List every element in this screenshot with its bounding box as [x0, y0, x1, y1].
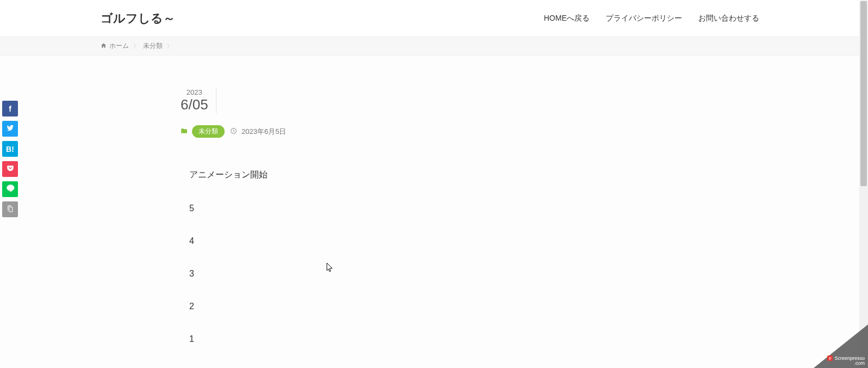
countdown-item: 2 [181, 302, 489, 311]
share-line-button[interactable] [2, 181, 18, 197]
twitter-icon [7, 124, 14, 133]
folder-icon [181, 127, 188, 136]
main-nav: HOMEへ戻る プライバシーポリシー お問い合わせする [544, 14, 759, 23]
home-icon [101, 42, 107, 50]
site-header: ゴルフしる～ HOMEへ戻る プライバシーポリシー お問い合わせする [0, 0, 868, 37]
site-title[interactable]: ゴルフしる～ [101, 10, 175, 27]
countdown-item: 1 [181, 334, 489, 344]
countdown-item: 4 [181, 236, 489, 246]
post-heading: アニメーション開始 [181, 169, 489, 181]
post-body: アニメーション開始 5 4 3 2 1 [181, 169, 489, 344]
chevron-icon: 〉 [167, 42, 172, 50]
line-icon [6, 184, 15, 194]
breadcrumb-home[interactable]: ホーム [101, 41, 129, 51]
clock-icon [230, 127, 237, 136]
scrollbar-track[interactable] [859, 0, 868, 368]
post-date-block: 2023 6/05 [181, 88, 216, 113]
post-month-day: 6/05 [181, 96, 208, 113]
article-content: 2023 6/05 未分類 2023年6月5日 アニメーション開始 5 4 3 … [0, 56, 489, 344]
share-twitter-button[interactable] [2, 121, 18, 137]
category-badge[interactable]: 未分類 [192, 125, 225, 138]
breadcrumb: ホーム 〉 未分類 〉 [0, 37, 868, 56]
hatena-icon: B! [6, 145, 14, 154]
share-hatena-button[interactable]: B! [2, 141, 18, 157]
share-pocket-button[interactable] [2, 161, 18, 177]
social-share-bar: f B! [2, 101, 18, 217]
copy-icon [7, 205, 14, 214]
share-copy-button[interactable] [2, 201, 18, 217]
scrollbar-thumb[interactable] [860, 1, 867, 186]
screenpresso-logo-icon: p [827, 355, 833, 361]
facebook-icon: f [9, 105, 11, 113]
share-facebook-button[interactable]: f [2, 101, 18, 116]
nav-home[interactable]: HOMEへ戻る [544, 14, 590, 23]
chevron-icon: 〉 [133, 42, 139, 50]
post-date-text: 2023年6月5日 [241, 127, 286, 137]
post-year: 2023 [181, 88, 208, 96]
pocket-icon [7, 164, 14, 174]
countdown-item: 5 [181, 204, 489, 213]
countdown-item: 3 [181, 269, 489, 279]
breadcrumb-home-label: ホーム [109, 41, 129, 51]
nav-contact[interactable]: お問い合わせする [698, 14, 759, 23]
nav-privacy[interactable]: プライバシーポリシー [606, 14, 682, 23]
breadcrumb-category[interactable]: 未分類 [143, 41, 163, 51]
post-meta: 未分類 2023年6月5日 [181, 125, 489, 138]
